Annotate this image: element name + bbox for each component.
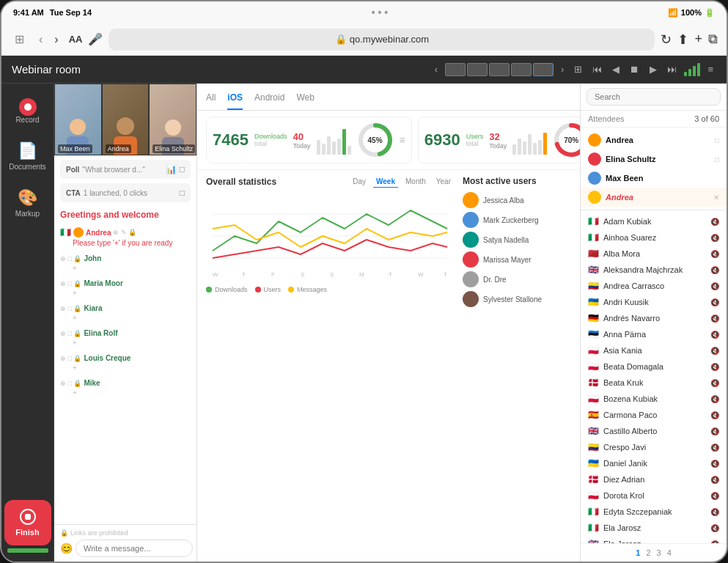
elina-schultz-featured-avatar	[588, 152, 601, 166]
attendee-daniel[interactable]: 🇺🇦 Daniel Janik 🔇	[581, 455, 727, 471]
attendee-dorota[interactable]: 🇵🇱 Dorota Krol 🔇	[581, 487, 727, 504]
url-bar[interactable]: 🔒 qo.mywebinar.com	[109, 29, 655, 51]
poll-close-icon[interactable]: □	[180, 164, 185, 174]
attendee-ela-jarosz-2[interactable]: 🇬🇧 Ela Jarosz 🔇	[581, 536, 727, 543]
tab-all[interactable]: All	[206, 89, 216, 110]
users-donut-label: 70%	[564, 136, 578, 144]
attendee-andres[interactable]: 🇩🇪 Andrés Navarro 🔇	[581, 310, 727, 326]
video-strip: Max Been Andrea Elin	[54, 84, 196, 155]
browser-bar: ⊞ ‹ › AA 🎤 🔒 qo.mywebinar.com ↻ ⬆ + ⧉	[1, 23, 727, 56]
mini-bar-4	[332, 141, 336, 155]
lock-icon: 🔒	[335, 34, 347, 45]
period-year[interactable]: Year	[433, 176, 454, 188]
elina-rolf-plus: +	[60, 339, 191, 347]
right-sidebar: Attendees 3 of 60 Andrea □ Elina Schultz…	[580, 84, 727, 562]
sidebar-item-documents[interactable]: 📄 Documents	[4, 134, 51, 178]
attendee-andrea-carrasco[interactable]: 🇨🇴 Andrea Carrasco 🔇	[581, 278, 727, 294]
attendee-castillo[interactable]: 🇬🇧 Castillo Alberto 🔇	[581, 423, 727, 439]
search-input[interactable]	[587, 88, 721, 106]
skip-start-btn[interactable]: ⏮	[589, 62, 605, 76]
attendee-asia[interactable]: 🇵🇱 Asia Kania 🔇	[581, 342, 727, 358]
attendee-ela-jarosz-1[interactable]: 🇮🇹 Ela Jarosz 🔇	[581, 520, 727, 536]
attendee-andri[interactable]: 🇺🇦 Andri Kuusik 🔇	[581, 294, 727, 310]
skip-end-btn[interactable]: ⏭	[664, 62, 680, 76]
mike-plus: +	[60, 389, 191, 397]
users-number: 6930	[424, 130, 460, 150]
share-btn[interactable]: ⬆	[677, 32, 688, 48]
tab-android[interactable]: Android	[254, 89, 284, 110]
attendee-adam[interactable]: 🇮🇹 Adam Kubiak 🔇	[581, 213, 727, 229]
tabs-btn[interactable]: ⧉	[708, 32, 718, 47]
attendee-beata-k[interactable]: 🇩🇰 Beata Kruk 🔇	[581, 375, 727, 391]
attendee-beata-d[interactable]: 🇵🇱 Beata Domagala 🔇	[581, 358, 727, 375]
msg-meta-louis: ⊕ □ 🔒 Louis Creque	[60, 354, 191, 362]
stop-btn[interactable]: ⏹	[627, 62, 642, 76]
battery-icon: 🔋	[705, 8, 715, 18]
view-toggle-btn[interactable]: ⊞	[571, 62, 585, 76]
attendee-carmona[interactable]: 🇪🇸 Carmona Paco 🔇	[581, 407, 727, 423]
refresh-btn[interactable]: ↻	[661, 32, 672, 48]
period-day[interactable]: Day	[350, 176, 369, 188]
featured-andrea[interactable]: Andrea □	[581, 130, 727, 150]
video-thumb-1: Max Been	[54, 84, 102, 155]
featured-elina-schultz[interactable]: Elina Schultz □	[581, 150, 727, 169]
period-month[interactable]: Month	[402, 176, 429, 188]
sidebar-item-markup[interactable]: 🎨 Markup	[4, 181, 51, 225]
expand-btn[interactable]: ›	[558, 62, 567, 76]
kiara-name: Kiara	[84, 304, 102, 312]
cta-close-icon[interactable]: □	[180, 188, 185, 198]
page-1[interactable]: 1	[636, 548, 640, 557]
add-btn[interactable]: +	[694, 32, 702, 47]
emoji-btn[interactable]: 😊	[60, 542, 73, 554]
thumbnail-4[interactable]	[511, 63, 532, 76]
sidebar-toggle-btn[interactable]: ⊞	[10, 29, 29, 49]
attendee-aleksandra[interactable]: 🇬🇧 Aleksandra Majchrzak 🔇	[581, 262, 727, 278]
finish-button[interactable]: Finish	[4, 500, 51, 545]
thumbnail-1[interactable]	[445, 63, 466, 76]
prev-btn[interactable]: ◀	[609, 62, 622, 76]
microphone-btn[interactable]: 🎤	[88, 32, 103, 46]
users-bar-2	[518, 139, 521, 155]
downloads-menu-icon[interactable]: ≡	[400, 134, 405, 146]
attendee-alba[interactable]: 🇲🇦 Alba Mora 🔇	[581, 246, 727, 262]
back-btn[interactable]: ‹	[34, 30, 47, 49]
collapse-btn[interactable]: ‹	[432, 62, 441, 76]
edyta-flag: 🇮🇹	[588, 507, 599, 517]
msg-meta-mike: ⊕ □ 🔒 Mike	[60, 379, 191, 387]
page-2[interactable]: 2	[646, 548, 650, 557]
featured-max-been[interactable]: Max Been	[581, 169, 727, 188]
beata-d-flag: 🇵🇱	[588, 361, 599, 372]
tab-web[interactable]: Web	[296, 89, 314, 110]
users-bar-6	[538, 140, 542, 155]
attendee-diez[interactable]: 🇩🇰 Diez Adrian 🔇	[581, 471, 727, 487]
hamburger-menu-btn[interactable]: ≡	[705, 62, 716, 76]
page-4[interactable]: 4	[667, 548, 672, 557]
attendee-edyta[interactable]: 🇮🇹 Edyta Szczepaniak 🔇	[581, 504, 727, 520]
featured-andrea-highlighted[interactable]: Andrea ✕	[581, 188, 727, 207]
period-week[interactable]: Week	[373, 176, 398, 188]
attendees-count: 3 of 60	[694, 114, 719, 123]
thumbnail-5[interactable]	[533, 63, 554, 76]
sylvester-name: Sylvester Stallone	[483, 295, 542, 303]
attendee-crespo[interactable]: 🇨🇴 Crespo Javi 🔇	[581, 439, 727, 455]
max-been-featured-avatar	[588, 172, 601, 185]
aa-button[interactable]: AA	[69, 34, 83, 45]
video-name-2: Andrea	[106, 144, 131, 153]
andrea-highlighted-close[interactable]: ✕	[713, 194, 719, 202]
chat-input-area: 🔒 Links are prohibited 😊 ➤	[54, 524, 196, 562]
carmona-name: Carmona Paco	[603, 411, 706, 419]
person-head-1	[70, 119, 86, 135]
page-3[interactable]: 3	[657, 548, 661, 557]
sidebar-item-record[interactable]: Record	[4, 91, 51, 131]
attendee-ainhoa[interactable]: 🇮🇹 Ainhoa Suarez 🔇	[581, 229, 727, 246]
tab-ios[interactable]: iOS	[227, 89, 243, 110]
attendee-anna[interactable]: 🇪🇪 Anna Pärna 🔇	[581, 326, 727, 342]
chat-input[interactable]	[76, 540, 193, 557]
forward-btn[interactable]: ›	[50, 30, 62, 49]
users-bar-4	[528, 134, 532, 155]
thumbnail-2[interactable]	[467, 63, 488, 76]
poll-chart-icon[interactable]: 📊	[166, 164, 177, 174]
attendee-bozena[interactable]: 🇵🇱 Bozena Kubiak 🔇	[581, 391, 727, 407]
play-btn[interactable]: ▶	[647, 62, 660, 76]
thumbnail-3[interactable]	[489, 63, 510, 76]
